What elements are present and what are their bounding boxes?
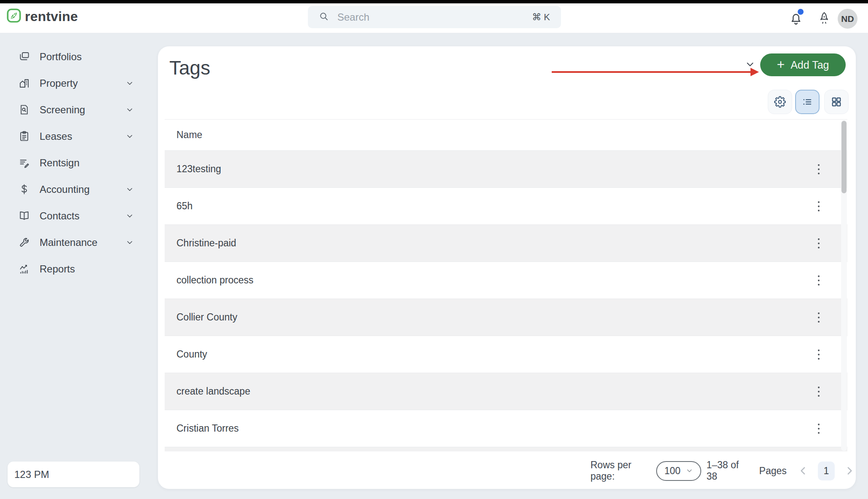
sidebar-item-maintenance[interactable]: Maintenance xyxy=(0,229,148,256)
reports-icon xyxy=(19,263,30,275)
sidebar-item-portfolios[interactable]: Portfolios xyxy=(0,43,148,70)
chevron-left-icon xyxy=(797,464,809,477)
list-view-icon xyxy=(801,96,813,108)
page-title: Tags xyxy=(169,56,210,79)
sidebar-item-leases[interactable]: Leases xyxy=(0,123,148,149)
maintenance-icon xyxy=(19,237,30,248)
chevron-down-icon xyxy=(126,132,134,141)
row-menu-button[interactable] xyxy=(810,160,827,179)
chevron-down-icon xyxy=(126,185,134,194)
window-top-strip xyxy=(0,0,868,3)
portfolios-icon xyxy=(19,51,30,62)
row-menu-button[interactable] xyxy=(810,197,827,216)
search-icon xyxy=(319,11,329,23)
tag-name: Cristian Torres xyxy=(176,423,239,434)
chevron-right-icon xyxy=(843,464,856,477)
chevron-down-icon xyxy=(126,106,134,114)
kebab-icon xyxy=(818,387,820,388)
rows-per-page-select[interactable]: 100 xyxy=(656,461,702,481)
sidebar-item-contacts[interactable]: Contacts xyxy=(0,203,148,229)
grid-view-button[interactable] xyxy=(824,90,849,114)
pages-label: Pages xyxy=(759,465,787,477)
kebab-icon xyxy=(818,238,820,240)
tag-name: County xyxy=(176,349,207,360)
chevron-down-icon xyxy=(126,238,134,247)
chevron-down-icon xyxy=(686,467,693,475)
kebab-icon xyxy=(818,201,820,203)
gear-icon xyxy=(774,96,786,108)
partial-next-row xyxy=(165,447,847,451)
table-row[interactable]: collection process xyxy=(165,262,847,299)
table-row[interactable]: Christine-paid xyxy=(165,225,847,262)
notification-dot xyxy=(798,9,804,15)
global-search[interactable]: ⌘ K xyxy=(308,6,561,28)
chevron-down-icon xyxy=(126,79,134,88)
tag-name: create landscape xyxy=(176,386,250,397)
current-page-button[interactable]: 1 xyxy=(818,462,835,480)
accounting-icon xyxy=(19,184,30,195)
whats-new-button[interactable] xyxy=(817,11,832,26)
row-menu-button[interactable] xyxy=(810,234,827,253)
table-scrollbar[interactable] xyxy=(841,120,847,451)
tag-name: collection process xyxy=(176,275,254,286)
brand[interactable]: rentvine xyxy=(7,8,78,24)
property-icon xyxy=(19,77,30,89)
table-row[interactable]: 65h xyxy=(165,188,847,225)
kebab-icon xyxy=(818,424,820,425)
tags-table: Name 123testing 65h Christine-paid colle… xyxy=(165,119,847,451)
column-settings-button[interactable] xyxy=(768,90,792,114)
list-view-button[interactable] xyxy=(795,90,820,114)
rows-per-page-label: Rows per page: xyxy=(590,459,651,482)
sidebar-item-property[interactable]: Property xyxy=(0,70,148,96)
screening-icon xyxy=(19,104,30,115)
table-row[interactable]: Collier County xyxy=(165,299,847,336)
plus-icon: + xyxy=(777,58,785,71)
red-arrow-annotation xyxy=(552,68,759,76)
table-row[interactable]: Cristian Torres xyxy=(165,410,847,447)
row-menu-button[interactable] xyxy=(810,308,827,327)
chevron-down-icon xyxy=(126,212,134,220)
brand-text: rentvine xyxy=(25,9,78,24)
sidebar-item-screening[interactable]: Screening xyxy=(0,96,148,123)
rocket-icon xyxy=(817,11,831,25)
grid-view-icon xyxy=(831,96,842,108)
app-root: rentvine ⌘ K ND Portfolios Property xyxy=(0,0,868,499)
company-selector[interactable]: 123 PM xyxy=(8,462,139,487)
row-menu-button[interactable] xyxy=(810,382,827,401)
kebab-icon xyxy=(818,350,820,351)
tag-name: Collier County xyxy=(176,312,237,323)
table-row[interactable]: County xyxy=(165,336,847,373)
rentsign-icon xyxy=(19,157,30,168)
previous-page-button[interactable] xyxy=(797,464,809,477)
tag-name: Christine-paid xyxy=(176,237,236,249)
table-row[interactable]: create landscape xyxy=(165,373,847,410)
column-header-name: Name xyxy=(165,119,847,151)
range-label: 1–38 of 38 xyxy=(706,459,747,482)
kebab-icon xyxy=(818,312,820,314)
leases-icon xyxy=(19,131,30,142)
header-dropdown-chevron[interactable] xyxy=(745,59,756,70)
notifications-button[interactable] xyxy=(788,11,804,26)
rentvine-leaf-icon xyxy=(7,8,21,24)
chevron-down-icon xyxy=(745,59,756,70)
next-page-button[interactable] xyxy=(843,464,856,477)
tag-name: 123testing xyxy=(176,163,221,175)
tag-name: 65h xyxy=(176,200,192,212)
sidebar-item-rentsign[interactable]: Rentsign xyxy=(0,149,148,176)
sidebar-item-reports[interactable]: Reports xyxy=(0,256,148,282)
kebab-icon xyxy=(818,275,820,277)
search-input[interactable] xyxy=(337,11,523,23)
sidebar-nav: Portfolios Property Screening Leases Ren… xyxy=(0,43,148,282)
search-shortcut: ⌘ K xyxy=(532,12,550,23)
contacts-icon xyxy=(19,210,30,221)
row-menu-button[interactable] xyxy=(810,345,827,364)
scrollbar-thumb[interactable] xyxy=(841,121,847,193)
table-row[interactable]: 123testing xyxy=(165,151,847,188)
add-tag-button[interactable]: + Add Tag xyxy=(760,53,846,76)
row-menu-button[interactable] xyxy=(810,271,827,290)
sidebar-item-accounting[interactable]: Accounting xyxy=(0,176,148,203)
user-avatar[interactable]: ND xyxy=(838,9,857,29)
kebab-icon xyxy=(818,164,820,166)
tags-card: Tags + Add Tag xyxy=(158,46,856,489)
row-menu-button[interactable] xyxy=(810,419,827,438)
